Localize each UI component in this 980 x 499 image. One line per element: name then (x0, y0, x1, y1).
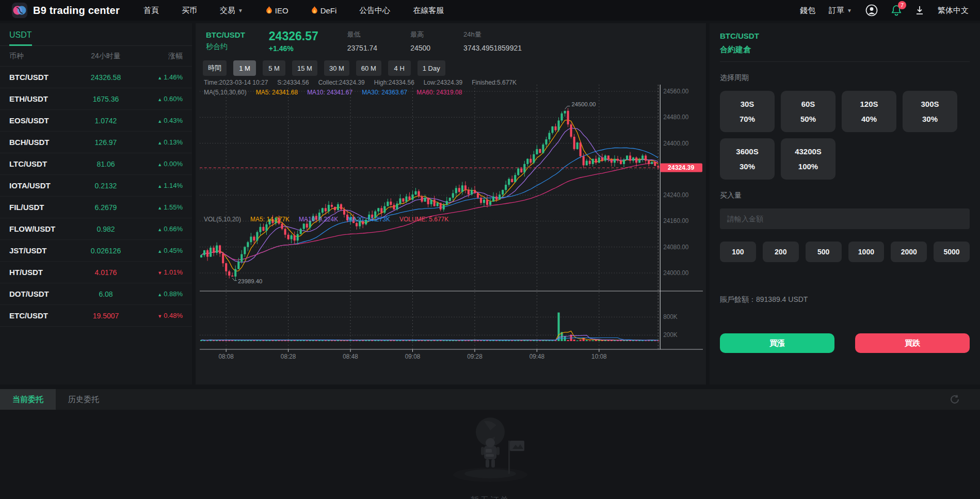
svg-text:09:28: 09:28 (467, 353, 483, 360)
orders-tab-当前委托[interactable]: 当前委托 (0, 389, 56, 410)
nav-orders[interactable]: 訂單 ▼ (829, 6, 852, 15)
trade-panel: BTC/USDT 合約建倉 选择周期 30S70%60S50%120S40%30… (710, 23, 980, 384)
market-row-JST/USDT[interactable]: JST/USDT0.026126▲0.45% (0, 240, 192, 262)
market-row-ETH/USDT[interactable]: ETH/USDT1675.36▲0.60% (0, 88, 192, 110)
market-row-EOS/USDT[interactable]: EOS/USDT1.0742▲0.43% (0, 110, 192, 132)
svg-text:800K: 800K (663, 313, 678, 320)
market-row-change: ▲0.43% (135, 117, 183, 124)
period-option-60S[interactable]: 60S50% (781, 91, 836, 132)
nav-item-label: 交易 (220, 6, 235, 15)
brand[interactable]: B9 trading center (11, 2, 120, 19)
market-row-change: ▲1.46% (135, 73, 183, 81)
market-row-ETC/USDT[interactable]: ETC/USDT19.5007▼0.48% (0, 305, 192, 327)
amount-input[interactable] (720, 208, 970, 229)
brand-logo-icon (11, 2, 28, 19)
interval-5M[interactable]: 5 M (263, 60, 285, 76)
tab-usdt[interactable]: USDT (9, 30, 32, 46)
svg-text:10:08: 10:08 (591, 353, 607, 360)
period-options: 30S70%60S50%120S40%300S30%3600S30%43200S… (720, 91, 970, 180)
period-time: 43200S (781, 147, 836, 156)
market-row-price: 6.2679 (76, 203, 135, 212)
orders-tab-历史委托[interactable]: 历史委托 (56, 389, 111, 410)
market-row-FIL/USDT[interactable]: FIL/USDT6.2679▲1.55% (0, 197, 192, 218)
market-row-pair: JST/USDT (9, 246, 76, 255)
period-rate: 70% (720, 115, 775, 123)
market-header: BTC/USDT 秒合约 24326.57 +1.46% 最低23751.74最… (196, 23, 706, 56)
interval-30M[interactable]: 30 M (324, 60, 349, 76)
quick-amount-1000[interactable]: 1000 (848, 242, 885, 262)
market-row-IOTA/USDT[interactable]: IOTA/USDT0.2132▲1.14% (0, 175, 192, 197)
quick-amount-5000[interactable]: 5000 (934, 242, 970, 262)
interval-time-label[interactable]: 時間 (203, 60, 227, 76)
market-row-price: 19.5007 (76, 312, 135, 320)
nav-item-交易[interactable]: 交易▼ (220, 6, 243, 15)
market-pair: BTC/USDT 秒合约 (206, 30, 245, 52)
market-row-BCH/USDT[interactable]: BCH/USDT126.97▲0.13% (0, 132, 192, 153)
nav-item-公告中心[interactable]: 公告中心 (359, 6, 390, 15)
market-row-price: 1675.36 (76, 95, 135, 103)
nav-item-买币[interactable]: 买币 (182, 6, 197, 15)
market-row-pair: BTC/USDT (9, 73, 76, 82)
nav-right: 錢包 訂單 ▼ 7 繁体中文 (800, 4, 969, 17)
quick-amount-200[interactable]: 200 (763, 242, 799, 262)
market-price: 24326.57 +1.46% (269, 29, 318, 53)
market-row-price: 0.982 (76, 225, 135, 233)
period-option-43200S[interactable]: 43200S100% (781, 138, 836, 180)
chevron-down-icon: ▼ (847, 8, 852, 13)
interval-4H[interactable]: 4 H (388, 60, 411, 76)
market-row-change: ▲0.60% (135, 95, 183, 103)
market-row-pair: ETC/USDT (9, 311, 76, 320)
chevron-down-icon: ▼ (238, 8, 243, 13)
stat-value: 24500 (410, 44, 430, 52)
period-option-120S[interactable]: 120S40% (842, 91, 896, 132)
kline-chart[interactable]: Time:2023-03-14 10:27S:24334.56Collect:2… (200, 77, 703, 362)
nav-item-DeFi[interactable]: DeFi (311, 6, 337, 15)
interval-1Day[interactable]: 1 Day (417, 60, 445, 76)
quick-amount-500[interactable]: 500 (806, 242, 842, 262)
market-row-pair: ETH/USDT (9, 94, 76, 103)
avatar[interactable] (865, 4, 878, 17)
period-rate: 30% (720, 162, 775, 171)
main-content: USDT 币种 24小时量 涨幅 BTC/USDT24326.58▲1.46%E… (0, 21, 980, 385)
nav-item-首頁[interactable]: 首頁 (143, 6, 159, 15)
interval-1M[interactable]: 1 M (233, 60, 256, 76)
interval-60M[interactable]: 60 M (356, 60, 381, 76)
fire-icon (266, 6, 272, 14)
svg-text:08:08: 08:08 (218, 353, 234, 360)
download-button[interactable] (915, 5, 924, 15)
arrow-up-icon: ▲ (157, 184, 162, 189)
period-option-300S[interactable]: 300S30% (903, 91, 957, 132)
download-icon (915, 5, 924, 15)
market-table-header: 币种 24小时量 涨幅 (0, 46, 192, 67)
market-row-HT/USDT[interactable]: HT/USDT4.0176▼1.01% (0, 262, 192, 283)
period-rate: 50% (781, 115, 836, 123)
quick-amount-2000[interactable]: 2000 (891, 242, 927, 262)
nav-wallet[interactable]: 錢包 (800, 6, 815, 15)
user-icon (865, 4, 878, 17)
market-row-BTC/USDT[interactable]: BTC/USDT24326.58▲1.46% (0, 67, 192, 88)
arrow-up-icon: ▲ (157, 227, 162, 232)
nav-item-在線客服[interactable]: 在線客服 (413, 6, 444, 15)
buy-up-button[interactable]: 買漲 (720, 333, 834, 353)
market-row-pair: HT/USDT (9, 268, 76, 277)
refresh-button[interactable] (949, 394, 960, 407)
market-row-FLOW/USDT[interactable]: FLOW/USDT0.982▲0.66% (0, 218, 192, 240)
arrow-up-icon: ▲ (157, 119, 162, 124)
buy-down-button[interactable]: 買跌 (855, 333, 970, 353)
period-option-3600S[interactable]: 3600S30% (720, 138, 775, 180)
orders-tabbar: 当前委托历史委托 (0, 389, 980, 410)
period-option-30S[interactable]: 30S70% (720, 91, 775, 132)
market-row-DOT/USDT[interactable]: DOT/USDT6.08▲0.88% (0, 283, 192, 305)
market-row-change: ▲0.88% (135, 290, 183, 298)
arrow-up-icon: ▲ (157, 249, 162, 254)
market-row-pair: DOT/USDT (9, 289, 76, 298)
quick-amount-100[interactable]: 100 (720, 242, 756, 262)
amount-label: 买入量 (720, 191, 970, 200)
interval-15M[interactable]: 15 M (292, 60, 317, 76)
language-selector[interactable]: 繁体中文 (938, 6, 969, 15)
market-row-LTC/USDT[interactable]: LTC/USDT81.06▲0.00% (0, 153, 192, 175)
period-rate: 100% (781, 162, 836, 171)
brand-title: B9 trading center (33, 5, 120, 17)
notifications-button[interactable]: 7 (891, 5, 902, 16)
nav-item-IEO[interactable]: IEO (266, 6, 288, 15)
